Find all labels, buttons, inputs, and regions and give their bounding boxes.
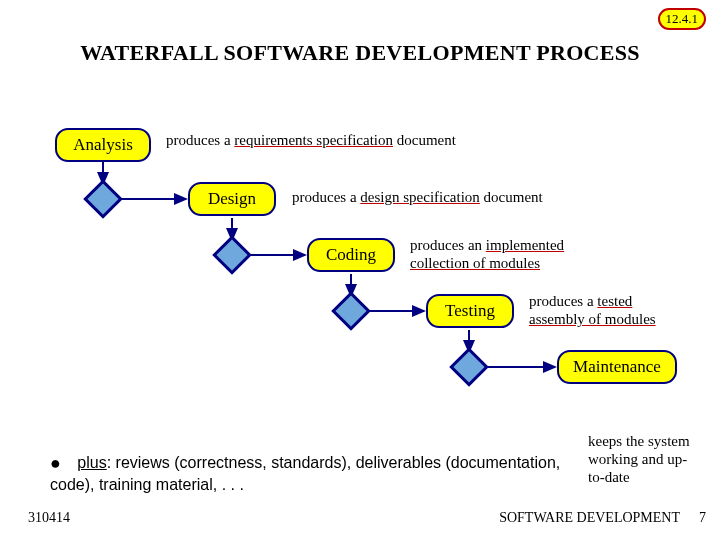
stage-analysis: Analysis: [55, 128, 151, 162]
footer-page-number: 7: [699, 510, 706, 526]
desc-design-term: design specification: [360, 189, 480, 205]
desc-analysis-prefix: produces a: [166, 132, 234, 148]
desc-coding: produces an implemented collection of mo…: [410, 236, 580, 272]
stage-design: Design: [188, 182, 276, 216]
stage-testing-label: Testing: [445, 301, 495, 321]
stage-coding-label: Coding: [326, 245, 376, 265]
stage-design-label: Design: [208, 189, 256, 209]
stage-maintenance: Maintenance: [557, 350, 677, 384]
stage-coding: Coding: [307, 238, 395, 272]
stage-testing: Testing: [426, 294, 514, 328]
decision-diamond-design: [212, 235, 252, 275]
desc-analysis: produces a requirements specification do…: [166, 131, 456, 149]
decision-diamond-coding: [331, 291, 371, 331]
plus-text: : reviews (correctness, standards), deli…: [50, 454, 560, 493]
decision-diamond-testing: [449, 347, 489, 387]
footer-course-code: 310414: [28, 510, 70, 526]
desc-design: produces a design specification document: [292, 188, 543, 206]
desc-testing-prefix: produces a: [529, 293, 597, 309]
desc-design-prefix: produces a: [292, 189, 360, 205]
desc-design-suffix: document: [480, 189, 543, 205]
slide-title: WATERFALL SOFTWARE DEVELOPMENT PROCESS: [0, 40, 720, 66]
slide-number-badge: 12.4.1: [658, 8, 707, 30]
bullet-icon: ●: [50, 453, 61, 473]
stage-analysis-label: Analysis: [73, 135, 133, 155]
plus-label: plus: [77, 454, 106, 471]
decision-diamond-analysis: [83, 179, 123, 219]
desc-testing: produces a tested assembly of modules: [529, 292, 689, 328]
desc-analysis-term: requirements specification: [234, 132, 393, 148]
plus-note: ● plus: reviews (correctness, standards)…: [50, 450, 600, 496]
stage-maintenance-label: Maintenance: [573, 357, 661, 377]
desc-analysis-suffix: document: [393, 132, 456, 148]
desc-coding-prefix: produces an: [410, 237, 486, 253]
footer-section-title: SOFTWARE DEVELOPMENT: [499, 510, 680, 526]
desc-maintenance: keeps the system working and up-to-date: [588, 432, 703, 486]
